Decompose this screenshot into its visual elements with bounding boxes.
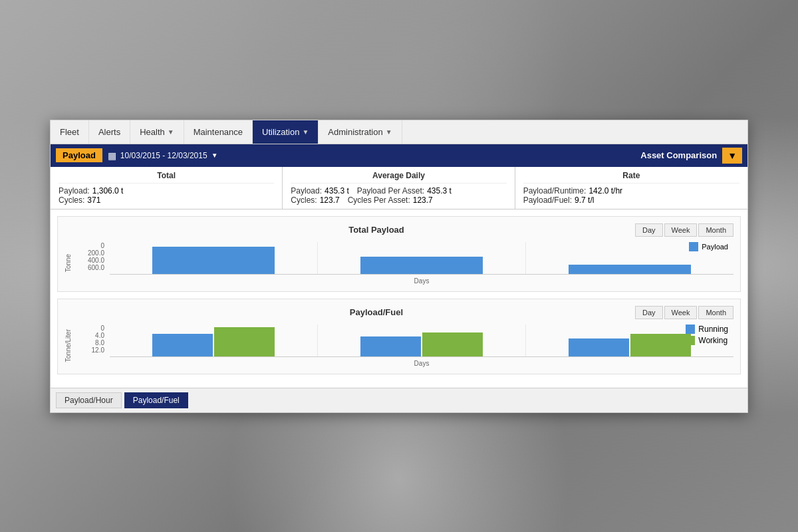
- avg-daily-row2: Cycles: 123.7 Cycles Per Asset: 123.7: [291, 196, 506, 205]
- chart1-bars: [110, 242, 733, 275]
- total-payload-label: Payload:: [59, 186, 90, 196]
- tab-administration-label: Administration: [328, 127, 382, 137]
- chart2-controls: Day Week Month: [635, 306, 733, 319]
- tab-payload-hour[interactable]: Payload/Hour: [56, 392, 122, 408]
- avg-cycles-stat: Cycles: 123.7: [291, 196, 339, 205]
- per-asset-label: Payload Per Asset:: [357, 186, 424, 196]
- chart2-title: Payload/Fuel: [118, 307, 635, 317]
- avg-daily-header: Average Daily: [291, 171, 506, 184]
- chart2-day-btn[interactable]: Day: [635, 306, 663, 319]
- chart2-bar-group-3: [526, 325, 733, 356]
- fuel-label: Payload/Fuel:: [523, 196, 572, 205]
- rate-row2: Payload/Fuel: 9.7 t/l: [523, 196, 739, 205]
- tab-alerts[interactable]: Alerts: [89, 120, 130, 144]
- date-selector[interactable]: ▦ 10/03/2015 - 12/03/2015 ▼: [108, 150, 218, 161]
- runtime-label: Payload/Runtime:: [523, 186, 587, 196]
- chart1-month-btn[interactable]: Month: [698, 223, 733, 237]
- total-payload-stat: Payload: 1,306.0 t: [59, 186, 123, 196]
- filter-button[interactable]: ▼: [722, 148, 742, 164]
- bottom-tabs: Payload/Hour Payload/Fuel: [51, 388, 747, 412]
- tab-fleet-label: Fleet: [60, 127, 79, 137]
- chart2-month-btn[interactable]: Month: [698, 306, 733, 319]
- chart2-bar-group-1: [110, 325, 318, 356]
- toolbar: Payload ▦ 10/03/2015 - 12/03/2015 ▼ Asse…: [51, 144, 747, 167]
- total-payload-chart: Total Payload Day Week Month Payload: [57, 216, 741, 292]
- chart2-bars: [110, 325, 733, 357]
- tab-utilization-label: Utilization: [262, 127, 299, 137]
- chart2-bar-group-2: [318, 325, 526, 356]
- payload-badge: Payload: [56, 148, 102, 162]
- total-cycles-row: Cycles: 371: [59, 196, 274, 205]
- nav-bar: Fleet Alerts Health ▼ Maintenance Utiliz…: [51, 120, 747, 144]
- tab-maintenance-label: Maintenance: [194, 127, 243, 137]
- chart2-y-axis: 12.0 8.0 4.0 0: [76, 325, 110, 367]
- chart1-title: Total Payload: [118, 225, 635, 235]
- total-stats-row: Payload: 1,306.0 t: [59, 186, 274, 196]
- tab-administration[interactable]: Administration ▼: [319, 120, 402, 144]
- fuel-value: 9.7 t/l: [575, 196, 594, 205]
- tab-payload-fuel[interactable]: Payload/Fuel: [124, 392, 188, 408]
- chart1-bar-1: [152, 247, 275, 274]
- runtime-stat: Payload/Runtime: 142.0 t/hr: [523, 186, 622, 196]
- date-range: 10/03/2015 - 12/03/2015: [120, 151, 207, 160]
- tab-maintenance[interactable]: Maintenance: [184, 120, 253, 144]
- funnel-icon: ▼: [728, 150, 737, 161]
- chart1-bar-group-1: [110, 242, 318, 274]
- tab-payload-hour-label: Payload/Hour: [65, 396, 113, 405]
- total-cycles-value: 371: [87, 196, 100, 205]
- tab-health[interactable]: Health ▼: [130, 120, 184, 144]
- cycles-per-asset-stat: Cycles Per Asset: 123.7: [348, 196, 433, 205]
- total-cycles-label: Cycles:: [59, 196, 84, 205]
- chart2-bar2-green: [422, 332, 483, 356]
- cycles-per-asset-label: Cycles Per Asset:: [348, 196, 410, 205]
- chart1-y-axis: 600.0 400.0 200.0 0: [76, 242, 110, 285]
- asset-comparison-label: Asset Comparison: [640, 150, 717, 160]
- chart1-bar-3: [569, 265, 692, 273]
- payload-fuel-chart: Payload/Fuel Day Week Month Running: [57, 299, 741, 374]
- tab-payload-fuel-label: Payload/Fuel: [133, 396, 180, 405]
- chart1-bar-group-2: [318, 242, 526, 274]
- chart2-week-btn[interactable]: Week: [664, 306, 698, 319]
- health-dropdown-arrow[interactable]: ▼: [168, 128, 174, 136]
- cycles-per-asset-value: 123.7: [413, 196, 433, 205]
- utilization-dropdown-arrow[interactable]: ▼: [302, 128, 309, 136]
- tab-health-label: Health: [140, 127, 165, 137]
- chart1-day-btn[interactable]: Day: [635, 223, 663, 237]
- avg-payload-stat: Payload: 435.3 t: [291, 186, 348, 196]
- avg-cycles-label: Cycles:: [291, 196, 317, 205]
- tab-alerts-label: Alerts: [98, 127, 120, 137]
- administration-dropdown-arrow[interactable]: ▼: [386, 128, 392, 136]
- chart2-bar1-green: [214, 327, 275, 356]
- chart1-week-btn[interactable]: Week: [664, 223, 698, 237]
- payload-label: Payload: [63, 150, 96, 160]
- rate-header: Rate: [523, 171, 739, 184]
- runtime-value: 142.0 t/hr: [589, 186, 622, 196]
- total-payload-value: 1,306.0 t: [92, 186, 124, 196]
- chart2-header: Payload/Fuel Day Week Month: [65, 306, 733, 319]
- avg-payload-value: 435.3 t: [325, 186, 349, 196]
- chart2-y-axis-label: Tonne/Liter: [65, 329, 75, 362]
- chart1-header: Total Payload Day Week Month: [65, 223, 733, 237]
- chart1-x-axis-label: Days: [110, 277, 733, 285]
- stats-panel: Total Payload: 1,306.0 t Cycles: 371 Ave…: [51, 167, 747, 209]
- charts-area: Total Payload Day Week Month Payload: [51, 209, 747, 388]
- chart1-bar-group-3: [526, 242, 733, 274]
- avg-cycles-value: 123.7: [320, 196, 340, 205]
- tab-fleet[interactable]: Fleet: [51, 120, 89, 144]
- chart1-controls: Day Week Month: [635, 223, 733, 237]
- rate-row1: Payload/Runtime: 142.0 t/hr: [523, 186, 739, 196]
- chart2-plot: Days: [110, 325, 733, 367]
- tab-utilization[interactable]: Utilization ▼: [253, 120, 319, 144]
- chart2-bar2-blue: [360, 336, 421, 356]
- chart2-bar1-blue: [152, 334, 213, 356]
- total-section: Total Payload: 1,306.0 t Cycles: 371: [51, 167, 283, 209]
- chart1-bar-2: [360, 257, 483, 273]
- chart2-bar3-green: [630, 334, 691, 356]
- average-daily-section: Average Daily Payload: 435.3 t Payload P…: [283, 167, 515, 209]
- chart1-plot: Days: [110, 242, 733, 285]
- per-asset-value: 435.3 t: [427, 186, 452, 196]
- per-asset-stat: Payload Per Asset: 435.3 t: [357, 186, 452, 196]
- chart2-x-axis-label: Days: [110, 360, 733, 367]
- date-dropdown-arrow[interactable]: ▼: [211, 152, 218, 159]
- fuel-stat: Payload/Fuel: 9.7 t/l: [523, 196, 595, 205]
